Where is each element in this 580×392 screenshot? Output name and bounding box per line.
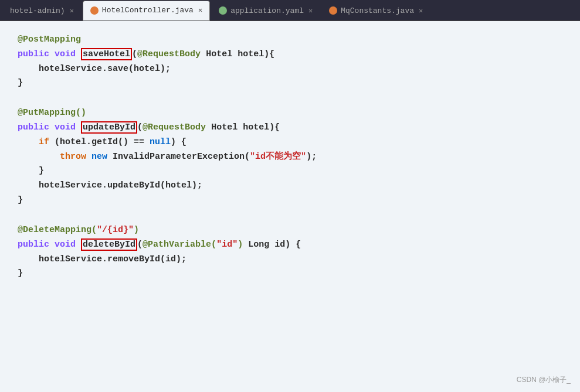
hotel-param1: Hotel hotel){ (201, 49, 274, 59)
line-14: @DeleteMapping("/{id}") (18, 223, 562, 238)
tab-application-yaml-label: application.yaml (230, 6, 304, 15)
empty-line-1 (18, 91, 562, 106)
line-3: hotelService.save(hotel); (18, 62, 562, 77)
string-id-empty: "id不能为空" (250, 152, 306, 162)
line-2: public void saveHotel(@RequestBody Hotel… (18, 47, 562, 62)
path-variable: @PathVariable( (143, 240, 216, 250)
method-saveHotel: saveHotel (83, 49, 130, 59)
tab-bar: hotel-admin) ✕ HotelController.java ✕ ap… (0, 0, 580, 21)
line-12: } (18, 193, 562, 208)
tab-mq-constants[interactable]: MqConstants.java ✕ (321, 1, 430, 21)
tab-application-yaml[interactable]: application.yaml ✕ (211, 1, 320, 21)
kw-public-3: public (18, 240, 49, 250)
method-saveHotel-highlight: saveHotel (81, 48, 132, 60)
tab-hotel-admin[interactable]: hotel-admin) ✕ (2, 1, 82, 21)
line-7: public void updateById(@RequestBody Hote… (18, 121, 562, 135)
line-15: public void deleteById(@PathVariable("id… (18, 238, 562, 253)
tab-hotel-admin-label: hotel-admin) (10, 6, 65, 15)
method-deleteById: deleteById (83, 240, 135, 250)
string-path-id: "/{id}" (97, 225, 134, 235)
kw-public: public (18, 49, 49, 59)
line-1: @PostMapping (18, 33, 562, 47)
line-6: @PutMapping() (18, 106, 562, 121)
tab-hotel-controller-close[interactable]: ✕ (198, 6, 202, 15)
method-updateById-highlight: updateById (81, 121, 137, 134)
tab-application-yaml-close[interactable]: ✕ (308, 6, 313, 15)
kw-void: void (55, 49, 76, 59)
space (49, 49, 55, 59)
indent1: hotelService.save(hotel); (18, 64, 171, 74)
tab-mq-constants-label: MqConstants.java (341, 6, 414, 15)
line-4: } (18, 76, 562, 91)
kw-void-3: void (55, 240, 76, 250)
tab-hotel-controller[interactable]: HotelController.java ✕ (83, 1, 210, 21)
params1: ( (132, 49, 137, 59)
code-editor: @PostMapping public void saveHotel(@Requ… (0, 21, 580, 392)
tab-hotel-admin-close[interactable]: ✕ (70, 6, 74, 15)
line-9: throw new InvalidParameterException("id不… (18, 150, 562, 165)
close-brace-1: } (18, 78, 23, 88)
annotation-postmapping: @PostMapping (18, 35, 81, 45)
line-8: if (hotel.getId() == null) { (18, 135, 562, 150)
kw-public-2: public (18, 122, 49, 132)
tab-mq-constants-icon (329, 6, 337, 15)
tab-application-yaml-icon (219, 6, 227, 15)
tab-mq-constants-close[interactable]: ✕ (419, 6, 423, 15)
kw-if: if (39, 137, 49, 147)
kw-new: new (91, 152, 107, 162)
watermark: CSDN @小榆子_ (517, 375, 571, 385)
tab-hotel-controller-icon (90, 6, 99, 15)
empty-line-2 (18, 208, 562, 223)
string-id: "id" (216, 240, 238, 250)
method-deleteById-highlight: deleteById (81, 238, 137, 251)
space2 (76, 49, 81, 59)
kw-void-2: void (55, 122, 76, 132)
kw-throw: throw (60, 152, 86, 162)
annotation-putmapping: @PutMapping() (18, 108, 86, 118)
tab-hotel-controller-label: HotelController.java (102, 6, 194, 15)
kw-null: null (150, 137, 171, 147)
line-11: hotelService.updateById(hotel); (18, 179, 562, 193)
line-10: } (18, 164, 562, 179)
req-body-2: @RequestBody (143, 122, 206, 132)
annotation-deletemapping: @DeleteMapping( (18, 225, 97, 235)
req-body-1: @RequestBody (137, 49, 201, 59)
line-17: } (18, 267, 562, 281)
method-updateById: updateById (83, 122, 135, 132)
line-16: hotelService.removeById(id); (18, 253, 562, 267)
